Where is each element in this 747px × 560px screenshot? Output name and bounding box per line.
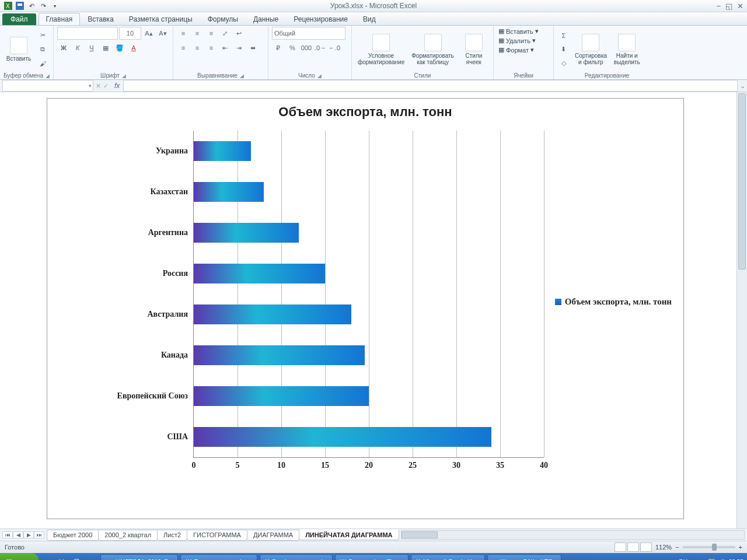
normal-view-icon[interactable] (615, 542, 626, 552)
delete-cells-button[interactable]: ▦Удалить ▾ (497, 36, 537, 45)
merge-icon[interactable]: ⬌ (247, 41, 260, 54)
cancel-formula-icon[interactable]: ✕ (96, 82, 101, 90)
chrome-icon[interactable]: ◯ (70, 555, 83, 560)
sort-filter-button[interactable]: Сортировка и фильтр (573, 33, 609, 66)
font-family-combo[interactable] (57, 27, 118, 40)
tab-insert[interactable]: Вставка (80, 13, 121, 25)
taskbar-chevron-icon[interactable]: » (85, 555, 98, 560)
align-center-icon[interactable]: ≡ (191, 41, 204, 54)
page-layout-view-icon[interactable] (627, 542, 639, 552)
zoom-out-button[interactable]: − (675, 544, 679, 551)
tab-formulas[interactable]: Формулы (200, 13, 246, 25)
align-top-icon[interactable]: ≡ (177, 27, 190, 40)
format-as-table-button[interactable]: Форматировать как таблицу (409, 33, 456, 66)
cell-styles-button[interactable]: Стили ячеек (459, 33, 489, 66)
tab-file[interactable]: Файл (2, 13, 36, 25)
close-button[interactable]: ✕ (737, 2, 743, 10)
zoom-slider-knob[interactable] (712, 544, 717, 551)
comma-icon[interactable]: 000 (300, 41, 313, 54)
taskbar-task[interactable]: XExcel для печати.d... (260, 554, 333, 560)
bar[interactable] (194, 141, 251, 161)
minimize-button[interactable]: − (716, 2, 721, 10)
ie-icon[interactable]: e (40, 555, 53, 560)
border-icon[interactable]: ▦ (99, 41, 112, 54)
paste-button[interactable]: Вставить (4, 36, 34, 63)
conditional-formatting-button[interactable]: Условное форматирование (355, 33, 407, 66)
restore-button[interactable]: ◱ (725, 2, 732, 10)
percent-icon[interactable]: % (286, 41, 299, 54)
font-size-combo[interactable]: 10 (119, 27, 141, 40)
increase-font-icon[interactable]: A▴ (142, 27, 155, 40)
clear-icon[interactable]: ◇ (557, 57, 570, 70)
sheet-nav-prev-icon[interactable]: ◀ (13, 531, 23, 538)
orientation-icon[interactable]: ⤢ (219, 27, 232, 40)
format-painter-icon[interactable]: 🖌 (36, 57, 49, 70)
bar[interactable] (194, 386, 369, 406)
increase-decimal-icon[interactable]: .0→ (314, 41, 327, 54)
name-box[interactable] (2, 80, 93, 92)
tab-page-layout[interactable]: Разметка страницы (121, 13, 200, 25)
zoom-level[interactable]: 112% (655, 544, 672, 551)
enter-formula-icon[interactable]: ✓ (103, 82, 109, 90)
chart-area[interactable]: Объем экспорта, млн. тонн 05101520253035… (47, 98, 684, 519)
tab-data[interactable]: Данные (246, 13, 286, 25)
taskbar-task[interactable]: WТипы диаграмм.doc... (180, 554, 257, 560)
decrease-indent-icon[interactable]: ⇤ (219, 41, 232, 54)
sheet-tab[interactable]: ЛИНЕЙЧАТАЯ ДИАГРАММА (299, 529, 399, 540)
bar[interactable] (194, 345, 365, 365)
italic-icon[interactable]: К (71, 41, 84, 54)
page-break-view-icon[interactable] (640, 542, 652, 552)
chart-title[interactable]: Объем экспорта, млн. тонн (47, 99, 683, 122)
align-left-icon[interactable]: ≡ (177, 41, 190, 54)
tab-view[interactable]: Вид (355, 13, 383, 25)
sheet-tab[interactable]: Лист2 (157, 530, 187, 541)
zoom-slider[interactable] (683, 546, 735, 548)
taskbar-task[interactable]: XMicrosoft Excel - Ур... (411, 554, 484, 560)
fill-color-icon[interactable]: 🪣 (113, 41, 126, 54)
align-bottom-icon[interactable]: ≡ (205, 27, 218, 40)
expand-formula-icon[interactable]: ⌄ (738, 82, 747, 90)
decrease-font-icon[interactable]: A▾ (156, 27, 169, 40)
zoom-in-button[interactable]: + (739, 544, 742, 551)
dialog-launcher-icon[interactable]: ◢ (317, 73, 322, 79)
horizontal-scrollbar[interactable] (401, 530, 745, 540)
find-select-button[interactable]: Найти и выделить (612, 33, 643, 66)
bar[interactable] (194, 182, 264, 202)
sheet-nav-next-icon[interactable]: ▶ (23, 531, 34, 538)
sheet-nav-first-icon[interactable]: ⏮ (2, 531, 13, 538)
chart-sheet[interactable]: Объем экспорта, млн. тонн 05101520253035… (0, 92, 736, 528)
bar[interactable] (194, 264, 325, 284)
underline-icon[interactable]: Ч (85, 41, 98, 54)
align-middle-icon[interactable]: ≡ (191, 27, 204, 40)
scrollbar-thumb[interactable] (402, 531, 438, 538)
fill-icon[interactable]: ⬇ (557, 43, 570, 56)
chart-legend[interactable]: Объем экспорта, млн. тонн (555, 297, 672, 307)
sheet-tab[interactable]: ДИАГРАММА (247, 530, 299, 541)
scrollbar-thumb[interactable] (738, 93, 746, 270)
tab-home[interactable]: Главная (39, 13, 81, 25)
sheet-tab[interactable]: Бюджет 2000 (47, 530, 99, 541)
tab-review[interactable]: Рецензирование (286, 13, 355, 25)
decrease-decimal-icon[interactable]: ←.0 (328, 41, 341, 54)
format-cells-button[interactable]: ▦Формат ▾ (497, 46, 535, 54)
dialog-launcher-icon[interactable]: ◢ (46, 73, 50, 79)
font-color-icon[interactable]: A (127, 41, 140, 54)
sheet-tab[interactable]: ГИСТОГРАММА (187, 530, 247, 541)
align-right-icon[interactable]: ≡ (205, 41, 218, 54)
number-format-combo[interactable]: Общий (272, 27, 345, 40)
copy-icon[interactable]: ⧉ (36, 43, 49, 56)
insert-cells-button[interactable]: ▦Вставить ▾ (497, 27, 540, 36)
taskbar-task[interactable]: 📁I:\МЕТОДА_2010_E... (100, 554, 178, 560)
bar[interactable] (194, 223, 299, 243)
bar[interactable] (194, 427, 491, 447)
bar[interactable] (194, 304, 351, 324)
fx-icon[interactable]: fx (114, 82, 120, 90)
cut-icon[interactable]: ✂ (36, 29, 49, 42)
vertical-scrollbar[interactable] (736, 92, 747, 528)
sheet-tab[interactable]: 2000_2 квартал (98, 530, 158, 541)
increase-indent-icon[interactable]: ⇥ (233, 41, 246, 54)
dialog-launcher-icon[interactable]: ◢ (122, 73, 126, 79)
wrap-text-icon[interactable]: ↩ (233, 27, 246, 40)
bold-icon[interactable]: Ж (57, 41, 70, 54)
plot-area[interactable]: 0510152025303540УкраинаКазахстанАргентин… (135, 131, 543, 475)
